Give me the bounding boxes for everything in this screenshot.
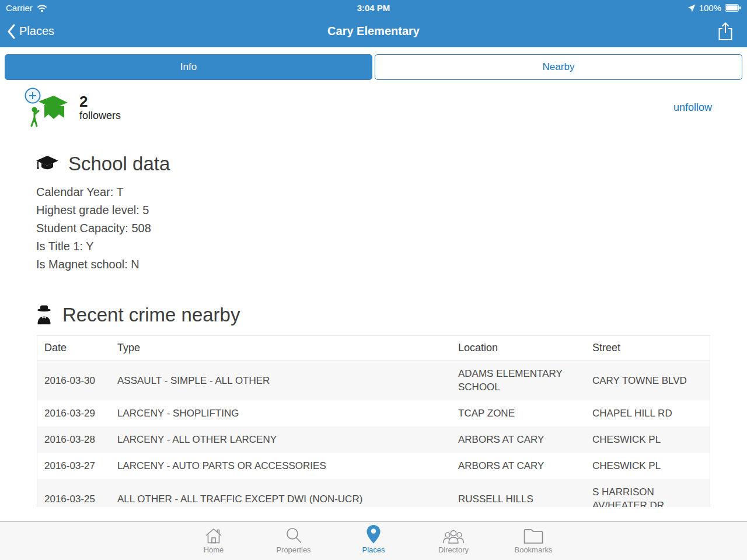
- status-bar: Carrier 3:04 PM 100%: [0, 0, 747, 16]
- school-field: Calendar Year: T: [36, 183, 747, 201]
- table-cell: 2016-03-30: [37, 360, 110, 401]
- tab-bar: Home Properties Places: [0, 521, 747, 560]
- table-cell: TCAP ZONE: [451, 400, 585, 426]
- status-clock: 3:04 PM: [0, 3, 747, 13]
- crime-heading: Recent crime nearby: [35, 304, 747, 326]
- back-chevron-icon: [7, 24, 15, 39]
- table-cell: LARCENY - AUTO PARTS OR ACCESSORIES: [110, 453, 451, 479]
- column-header-location: Location: [451, 336, 585, 360]
- school-field: Is Title 1: Y: [36, 237, 747, 256]
- nav-bar: Places Cary Elementary: [0, 16, 747, 47]
- table-cell: LARCENY - ALL OTHER LARCENY: [110, 426, 451, 453]
- table-cell: CARY TOWNE BLVD: [585, 360, 710, 401]
- table-cell: ALL OTHER - ALL TRAFFIC EXCEPT DWI (NON-…: [110, 479, 451, 507]
- spy-icon: [35, 304, 54, 326]
- table-cell: 2016-03-28: [37, 426, 110, 453]
- tab-directory[interactable]: Directory: [414, 524, 494, 560]
- plus-icon: [25, 88, 41, 104]
- tab-bookmarks[interactable]: Bookmarks: [494, 524, 574, 560]
- table-cell: ASSAULT - SIMPLE - ALL OTHER: [110, 360, 451, 401]
- tab-home-label: Home: [204, 545, 224, 554]
- tab-nearby[interactable]: Nearby: [375, 54, 742, 80]
- tab-places[interactable]: Places: [334, 524, 414, 560]
- column-header-date: Date: [37, 336, 110, 360]
- header: Carrier 3:04 PM 100%: [0, 0, 747, 47]
- school-data-heading-label: School data: [68, 153, 170, 175]
- folder-icon: [523, 524, 544, 544]
- share-button[interactable]: [717, 22, 734, 41]
- column-header-type: Type: [110, 336, 451, 360]
- table-header-row: Date Type Location Street: [37, 336, 710, 360]
- add-follower-button[interactable]: [23, 88, 71, 127]
- tab-bookmarks-label: Bookmarks: [514, 545, 552, 554]
- graduation-cap-icon: [35, 154, 60, 174]
- tab-directory-label: Directory: [438, 545, 469, 554]
- table-cell: 2016-03-25: [37, 479, 110, 507]
- tab-places-label: Places: [362, 545, 385, 554]
- table-cell: CHESWICK PL: [585, 426, 710, 453]
- content: 2 followers unfollow School data Calenda…: [0, 80, 747, 521]
- tab-info[interactable]: Info: [5, 54, 372, 80]
- table-cell: S HARRISON AV/HEATER DR: [585, 479, 710, 507]
- table-cell: 2016-03-27: [37, 453, 110, 479]
- table-cell: CHAPEL HILL RD: [585, 400, 710, 426]
- table-cell: ARBORS AT CARY: [451, 426, 585, 453]
- search-icon: [285, 524, 302, 544]
- school-field: Student Capacity: 508: [36, 219, 747, 237]
- people-icon: [442, 524, 465, 544]
- crime-table-body: 2016-03-30ASSAULT - SIMPLE - ALL OTHERAD…: [37, 360, 710, 508]
- column-header-street: Street: [585, 336, 710, 360]
- table-row: 2016-03-29LARCENY - SHOPLIFTINGTCAP ZONE…: [37, 400, 710, 426]
- back-label: Places: [19, 24, 54, 38]
- share-icon: [717, 22, 734, 41]
- page-title: Cary Elementary: [0, 24, 747, 38]
- table-row: 2016-03-25ALL OTHER - ALL TRAFFIC EXCEPT…: [37, 479, 710, 507]
- table-cell: ARBORS AT CARY: [451, 453, 585, 479]
- tab-home[interactable]: Home: [174, 524, 254, 560]
- table-row: 2016-03-27LARCENY - AUTO PARTS OR ACCESS…: [37, 453, 710, 479]
- school-data-fields: Calendar Year: T Highest grade level: 5 …: [36, 183, 747, 274]
- table-row: 2016-03-30ASSAULT - SIMPLE - ALL OTHERAD…: [37, 360, 710, 401]
- followers-label: followers: [79, 110, 121, 122]
- pin-icon: [366, 524, 381, 544]
- unfollow-link[interactable]: unfollow: [673, 102, 712, 114]
- crime-heading-label: Recent crime nearby: [62, 304, 240, 326]
- table-cell: 2016-03-29: [37, 400, 110, 426]
- home-icon: [204, 524, 224, 544]
- tab-properties[interactable]: Properties: [254, 524, 334, 560]
- followers-meta: 2 followers: [79, 93, 121, 122]
- school-field: Highest grade level: 5: [36, 201, 747, 219]
- table-cell: CHESWICK PL: [585, 453, 710, 479]
- followers-count: 2: [79, 93, 121, 110]
- table-cell: RUSSELL HILLS: [451, 479, 585, 507]
- table-row: 2016-03-28LARCENY - ALL OTHER LARCENYARB…: [37, 426, 710, 453]
- school-data-heading: School data: [35, 153, 747, 175]
- back-button[interactable]: Places: [7, 24, 54, 39]
- table-cell: LARCENY - SHOPLIFTING: [110, 400, 451, 426]
- school-field: Is Magnet school: N: [36, 256, 747, 274]
- tab-properties-label: Properties: [276, 545, 310, 554]
- table-cell: ADAMS ELEMENTARY SCHOOL: [451, 360, 585, 401]
- segmented-tabs: Info Nearby: [5, 54, 742, 80]
- followers-section: 2 followers unfollow: [23, 88, 712, 127]
- crime-table: Date Type Location Street 2016-03-30ASSA…: [37, 335, 710, 507]
